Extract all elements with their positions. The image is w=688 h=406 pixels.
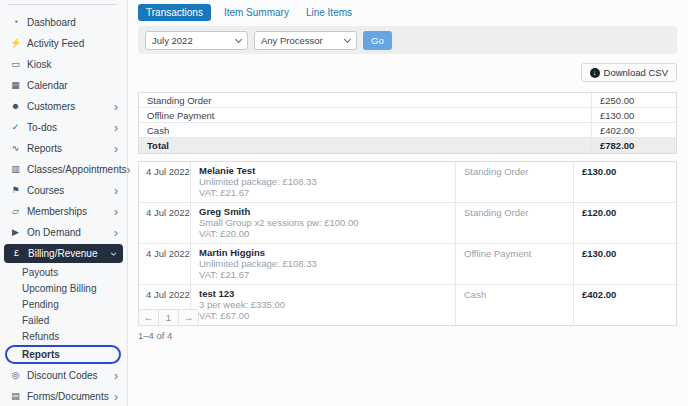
report-tabs: Transactions Item Summary Line Items bbox=[138, 4, 356, 21]
transaction-item: Unlimited package: £108.33 bbox=[199, 177, 455, 187]
calendar-icon: ▦ bbox=[9, 81, 22, 90]
sidebar-item-forms-documents[interactable]: ▤ Forms/Documents › bbox=[0, 386, 127, 406]
billing-icon: £ bbox=[10, 249, 23, 258]
customers-icon: ☻ bbox=[9, 102, 22, 111]
sidebar-item-courses[interactable]: ⚑ Courses › bbox=[0, 180, 127, 201]
customer-name: Martin Higgins bbox=[199, 247, 455, 258]
summary-label: Cash bbox=[139, 123, 592, 137]
summary-row: Offline Payment £130.00 bbox=[139, 108, 676, 123]
sidebar-item-discount-codes[interactable]: ◎ Discount Codes › bbox=[0, 365, 127, 386]
todos-icon: ✓ bbox=[9, 123, 22, 132]
summary-amount: £250.00 bbox=[592, 93, 676, 107]
transaction-item: 3 per week: £335.00 bbox=[199, 300, 455, 310]
processor-select-value: Any Processor bbox=[261, 35, 323, 46]
sidebar-item-reports[interactable]: ∿ Reports › bbox=[0, 138, 127, 159]
sidebar-item-label: Customers bbox=[27, 101, 75, 112]
classes-icon: ▥ bbox=[9, 165, 22, 174]
sidebar-item-activity-feed[interactable]: ⚡ Activity Feed bbox=[0, 33, 127, 54]
payment-summary-table: Standing Order £250.00 Offline Payment £… bbox=[138, 92, 677, 154]
courses-icon: ⚑ bbox=[9, 186, 22, 195]
processor-select[interactable]: Any Processor bbox=[254, 31, 357, 50]
sidebar-divider bbox=[8, 4, 117, 5]
sidebar-item-kiosk[interactable]: ▭ Kiosk bbox=[0, 54, 127, 75]
page-1-button[interactable]: 1 bbox=[158, 309, 179, 326]
transaction-processor: Standing Order bbox=[456, 162, 574, 202]
tab-transactions[interactable]: Transactions bbox=[138, 4, 211, 21]
transaction-details: Martin Higgins Unlimited package: £108.3… bbox=[191, 244, 456, 284]
pagination: ← 1 → bbox=[138, 309, 199, 326]
sidebar-item-todos[interactable]: ✓ To-dos › bbox=[0, 117, 127, 138]
summary-total-amount: £782.00 bbox=[592, 138, 676, 153]
chevron-down-icon: › bbox=[108, 252, 120, 256]
annotation-circle: Reports bbox=[5, 345, 121, 364]
sidebar-item-label: Reports bbox=[27, 143, 62, 154]
sidebar-item-on-demand[interactable]: ▶ On Demand › bbox=[0, 222, 127, 243]
sidebar-subitem-reports[interactable]: Reports bbox=[7, 349, 60, 360]
transaction-details: Melanie Test Unlimited package: £108.33 … bbox=[191, 162, 456, 202]
tab-line-items[interactable]: Line Items bbox=[302, 4, 356, 21]
transaction-details: test 123 3 per week: £335.00 VAT: £67.00 bbox=[191, 285, 456, 325]
summary-total-row: Total £782.00 bbox=[139, 138, 676, 153]
prev-page-button[interactable]: ← bbox=[138, 309, 159, 326]
sidebar-item-classes-appointments[interactable]: ▥ Classes/Appointments › bbox=[0, 159, 127, 180]
sidebar-item-billing-revenue[interactable]: £ Billing/Revenue › bbox=[4, 244, 123, 263]
sidebar-item-dashboard[interactable]: ◔ Dashboard bbox=[0, 12, 127, 33]
sidebar-subitem-failed[interactable]: Failed bbox=[0, 312, 127, 328]
sidebar-subitem-label: Upcoming Billing bbox=[22, 283, 96, 294]
sidebar-item-label: Calendar bbox=[27, 80, 68, 91]
sidebar-subitem-refunds[interactable]: Refunds bbox=[0, 328, 127, 344]
dashboard-icon: ◔ bbox=[9, 18, 22, 27]
tab-item-summary[interactable]: Item Summary bbox=[220, 4, 293, 21]
transaction-vat: VAT: £21.67 bbox=[199, 270, 455, 280]
forms-documents-icon: ▤ bbox=[9, 392, 22, 401]
summary-label: Standing Order bbox=[139, 93, 592, 107]
sidebar-subitem-label: Failed bbox=[22, 315, 49, 326]
transaction-row: 4 Jul 2022 test 123 3 per week: £335.00 … bbox=[139, 285, 676, 325]
activity-feed-icon: ⚡ bbox=[9, 39, 22, 48]
summary-amount: £402.00 bbox=[592, 123, 676, 137]
customer-name: test 123 bbox=[199, 288, 455, 299]
transaction-amount: £130.00 bbox=[574, 244, 676, 284]
sidebar-subitem-label: Payouts bbox=[22, 267, 58, 278]
chevron-right-icon: › bbox=[114, 122, 118, 134]
sidebar-item-customers[interactable]: ☻ Customers › bbox=[0, 96, 127, 117]
sidebar-subitem-pending[interactable]: Pending bbox=[0, 296, 127, 312]
memberships-icon: ▱ bbox=[9, 207, 22, 216]
sidebar-item-label: Kiosk bbox=[27, 59, 51, 70]
sidebar-item-calendar[interactable]: ▦ Calendar bbox=[0, 75, 127, 96]
sidebar-item-label: Activity Feed bbox=[27, 38, 84, 49]
customer-name: Melanie Test bbox=[199, 165, 455, 176]
download-csv-label: Download CSV bbox=[604, 67, 668, 78]
summary-row: Standing Order £250.00 bbox=[139, 93, 676, 108]
sidebar-item-label: To-dos bbox=[27, 122, 57, 133]
sidebar-item-label: On Demand bbox=[27, 227, 81, 238]
transaction-row: 4 Jul 2022 Melanie Test Unlimited packag… bbox=[139, 162, 676, 203]
transaction-processor: Offline Payment bbox=[456, 244, 574, 284]
transaction-row: 4 Jul 2022 Martin Higgins Unlimited pack… bbox=[139, 244, 676, 285]
sidebar-subitem-payouts[interactable]: Payouts bbox=[0, 264, 127, 280]
sidebar-subitem-label: Pending bbox=[22, 299, 59, 310]
transactions-table: 4 Jul 2022 Melanie Test Unlimited packag… bbox=[138, 161, 677, 326]
main-content: Transactions Item Summary Line Items Jul… bbox=[128, 0, 688, 406]
next-page-button[interactable]: → bbox=[178, 309, 199, 326]
sidebar-item-label: Courses bbox=[27, 185, 64, 196]
download-csv-button[interactable]: ↓ Download CSV bbox=[581, 63, 677, 82]
month-select-value: July 2022 bbox=[152, 35, 193, 46]
kiosk-icon: ▭ bbox=[9, 60, 22, 69]
pagination-summary: 1–4 of 4 bbox=[138, 330, 172, 341]
summary-total-label: Total bbox=[139, 138, 592, 153]
chevron-down-icon bbox=[344, 35, 351, 42]
summary-label: Offline Payment bbox=[139, 108, 592, 122]
discount-codes-icon: ◎ bbox=[9, 371, 22, 380]
transaction-item: Small Group x2 sessions pw: £100.00 bbox=[199, 218, 455, 228]
transaction-item: Unlimited package: £108.33 bbox=[199, 259, 455, 269]
sidebar-item-label: Dashboard bbox=[27, 17, 76, 28]
transaction-processor: Cash bbox=[456, 285, 574, 325]
month-select[interactable]: July 2022 bbox=[145, 31, 248, 50]
sidebar-item-memberships[interactable]: ▱ Memberships › bbox=[0, 201, 127, 222]
filter-bar: July 2022 Any Processor Go bbox=[138, 26, 677, 54]
transaction-vat: VAT: £21.67 bbox=[199, 188, 455, 198]
sidebar-item-label: Memberships bbox=[27, 206, 87, 217]
sidebar-subitem-upcoming-billing[interactable]: Upcoming Billing bbox=[0, 280, 127, 296]
go-button[interactable]: Go bbox=[363, 31, 392, 50]
